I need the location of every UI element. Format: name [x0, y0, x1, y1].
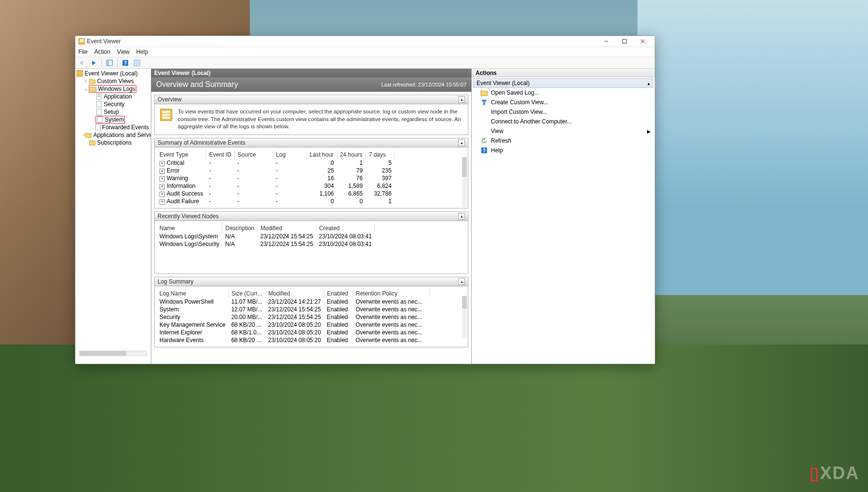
maximize-button[interactable] [615, 36, 634, 47]
action-connect-to-another-computer[interactable]: Connect to Another Computer... [472, 117, 655, 126]
logsum-scrollbar[interactable] [462, 296, 467, 338]
actions-group[interactable]: Event Viewer (Local) ▴ [473, 78, 653, 88]
expand-icon[interactable]: + [159, 161, 165, 166]
refresh-icon [480, 137, 488, 145]
section-summary[interactable]: Summary of Administrative Events ▴ [154, 138, 468, 148]
submenu-arrow-icon: ▶ [647, 129, 651, 134]
action-open-saved-log[interactable]: Open Saved Log... [472, 88, 655, 98]
table-row[interactable]: +Audit Success---1,1066,86532,786 [157, 190, 466, 197]
expand-icon[interactable]: + [159, 184, 165, 189]
action-view[interactable]: View▶ [472, 126, 655, 136]
tree-root[interactable]: Event Viewer (Local) [75, 70, 151, 77]
collapse-icon[interactable]: ⌄ [83, 86, 88, 92]
svg-rect-23 [162, 111, 170, 113]
expand-icon[interactable]: › [83, 133, 85, 138]
tree-subscriptions[interactable]: Subscriptions [75, 139, 151, 147]
expand-icon[interactable]: › [83, 79, 88, 84]
minimize-button[interactable] [597, 36, 615, 47]
main-header: Event Viewer (Local) [151, 69, 471, 77]
table-row[interactable]: Windows Logs\SystemN/A23/12/2024 15:54:2… [157, 233, 466, 240]
overview-title: Overview and Summary [156, 80, 238, 89]
tree-wl-forwarded[interactable]: Forwarded Events [75, 123, 151, 131]
menu-action[interactable]: Action [94, 49, 110, 55]
tree-custom-views[interactable]: › Custom Views [75, 77, 151, 85]
logsum-table[interactable]: Log Name Size (Curr... Modified Enabled … [157, 289, 466, 344]
action-help[interactable]: ?Help [472, 146, 655, 155]
svg-rect-21 [89, 141, 95, 145]
svg-text:?: ? [124, 61, 127, 66]
tree-wl-setup[interactable]: Setup [75, 108, 151, 116]
expand-icon[interactable]: + [159, 199, 165, 205]
separator [101, 59, 102, 67]
table-row[interactable]: +Warning---1676397 [157, 174, 466, 182]
menu-view[interactable]: View [117, 49, 130, 55]
subscription-icon [89, 139, 96, 146]
menu-bar: File Action View Help [75, 47, 655, 57]
table-row[interactable]: Hardware Events68 KB/20 ...23/10/2024 08… [157, 336, 466, 344]
overview-header: Overview and Summary Last refreshed: 23/… [151, 77, 471, 92]
svg-rect-24 [162, 114, 170, 116]
tree-wl-application[interactable]: Application [75, 93, 151, 100]
collapse-icon[interactable]: ▴ [458, 278, 465, 285]
summary-table[interactable]: Event Type Event ID Source Log Last hour… [157, 150, 466, 205]
table-row[interactable]: Internet Explorer68 KB/1.0...23/10/2024 … [157, 329, 466, 336]
log-icon [95, 124, 101, 131]
folder-icon [90, 86, 97, 92]
table-row[interactable]: Windows Logs\SecurityN/A23/12/2024 15:54… [157, 240, 466, 248]
log-icon [97, 116, 103, 123]
forward-button[interactable] [89, 58, 98, 68]
expand-icon[interactable]: + [159, 169, 165, 174]
recent-table[interactable]: Name Description Modified Created Window… [157, 224, 466, 248]
wallpaper [0, 344, 868, 492]
action-refresh[interactable]: Refresh [472, 136, 655, 146]
menu-help[interactable]: Help [136, 49, 148, 55]
open-icon [480, 89, 488, 97]
actions-pane: Actions Event Viewer (Local) ▴ Open Save… [471, 69, 655, 364]
svg-rect-20 [96, 124, 100, 130]
tree-scrollbar[interactable] [79, 351, 147, 356]
show-hide-tree-button[interactable] [105, 58, 114, 68]
section-recent[interactable]: Recently Viewed Nodes ▴ [154, 211, 468, 221]
console-tree[interactable]: Event Viewer (Local) › Custom Views ⌄ Wi… [75, 69, 151, 364]
back-button[interactable] [77, 58, 87, 68]
section-logsum[interactable]: Log Summary ▴ [154, 277, 468, 286]
table-row[interactable]: Windows PowerShell11.07 MB/...23/12/2024… [157, 298, 466, 306]
collapse-icon[interactable]: ▴ [458, 139, 465, 146]
action-create-custom-view[interactable]: Create Custom View... [472, 98, 655, 107]
folder-icon [85, 132, 92, 138]
help-button[interactable]: ? [121, 58, 130, 68]
xda-watermark: ▯XDA [809, 463, 859, 483]
expand-icon[interactable]: + [159, 192, 165, 197]
svg-rect-18 [97, 109, 101, 115]
table-row[interactable]: System12.07 MB/...23/12/2024 15:54:25Ena… [157, 306, 466, 313]
table-row[interactable]: Security20.00 MB/...23/12/2024 15:54:25E… [157, 313, 466, 321]
collapse-icon[interactable]: ▴ [648, 81, 650, 86]
close-button[interactable] [634, 36, 652, 47]
section-overview[interactable]: Overview ▴ [154, 95, 468, 104]
table-row[interactable]: +Error---2579235 [157, 167, 466, 174]
titlebar[interactable]: Event Viewer [75, 36, 655, 47]
table-row[interactable]: +Audit Failure---001 [157, 197, 466, 205]
summary-scrollbar[interactable] [462, 157, 467, 207]
none-icon [480, 108, 488, 116]
tree-wl-security[interactable]: Security [75, 100, 151, 108]
filter-icon [480, 98, 488, 106]
svg-rect-25 [162, 117, 170, 119]
action-import-custom-view[interactable]: Import Custom View... [472, 107, 655, 117]
table-row[interactable]: +Information---3041,5896,824 [157, 182, 466, 190]
collapse-icon[interactable]: ▴ [458, 213, 465, 220]
menu-file[interactable]: File [78, 49, 87, 55]
event-viewer-icon [159, 108, 173, 122]
svg-rect-12 [134, 60, 140, 66]
event-viewer-icon [76, 70, 83, 77]
collapse-icon[interactable]: ▴ [458, 96, 465, 103]
tree-windows-logs[interactable]: ⌄ Windows Logs [75, 85, 151, 93]
table-row[interactable]: Key Management Service68 KB/20 ...23/10/… [157, 321, 466, 329]
none-icon [480, 127, 488, 135]
tree-apps-services[interactable]: › Applications and Services Lo [75, 131, 151, 139]
table-row[interactable]: +Critical---015 [157, 159, 466, 167]
expand-icon[interactable]: + [159, 176, 165, 182]
tree-wl-system[interactable]: System [75, 116, 151, 123]
properties-button[interactable] [132, 58, 142, 68]
help-icon: ? [480, 147, 488, 154]
